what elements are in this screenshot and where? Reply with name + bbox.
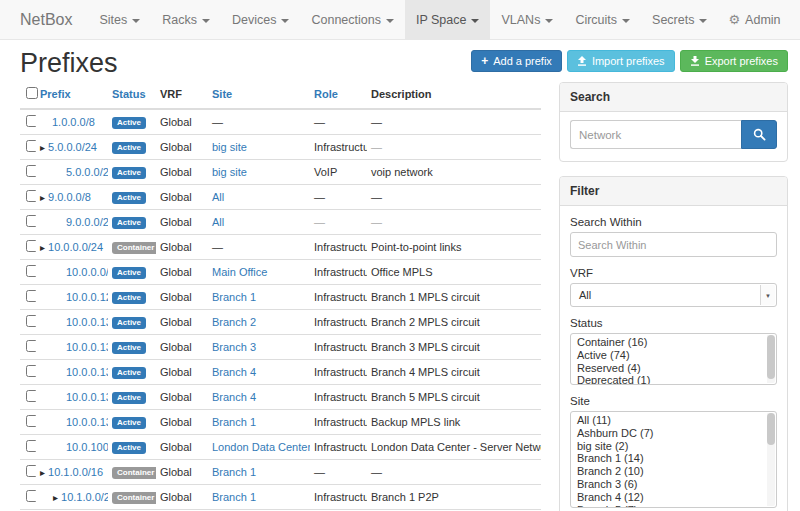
prefix-link[interactable]: 1.0.0.0/8 — [52, 116, 95, 128]
site-listbox[interactable]: All (11)Ashburn DC (7)big site (2)Branch… — [570, 411, 777, 508]
prefix-link[interactable]: 10.0.0.130/31 — [66, 316, 108, 328]
vrf-cell: Global — [156, 210, 208, 235]
description-cell: — — [367, 460, 541, 485]
nav-item[interactable]: IP Space — [405, 0, 491, 39]
prefix-link[interactable]: 5.0.0.0/24 — [48, 141, 97, 153]
listbox-option[interactable]: Ashburn DC (7) — [577, 428, 764, 441]
add-prefix-button[interactable]: + Add a prefix — [471, 50, 562, 72]
row-checkbox[interactable] — [26, 415, 36, 427]
site-link[interactable]: London Data Center — [212, 441, 310, 453]
site-link[interactable]: Branch 3 — [212, 341, 256, 353]
row-checkbox[interactable] — [26, 240, 36, 252]
nav-item[interactable]: Circuits — [564, 0, 641, 39]
nav-item[interactable]: Secrets — [641, 0, 718, 39]
row-checkbox[interactable] — [26, 490, 36, 502]
listbox-option[interactable]: Branch 5 (7) — [577, 505, 764, 508]
description-cell: voip network — [367, 160, 541, 185]
listbox-option[interactable]: Branch 3 (6) — [577, 479, 764, 492]
prefix-link[interactable]: 10.0.0.128/31 — [66, 291, 108, 303]
row-checkbox[interactable] — [26, 290, 36, 302]
prefix-link[interactable]: 10.0.0.134/31 — [66, 366, 108, 378]
listbox-option[interactable]: Branch 4 (12) — [577, 492, 764, 505]
search-panel-title: Search — [560, 83, 787, 112]
caret-down-icon — [622, 19, 630, 23]
site-link[interactable]: Branch 2 — [212, 316, 256, 328]
import-prefixes-button[interactable]: Import prefixes — [567, 50, 675, 72]
site-link[interactable]: Branch 1 — [212, 466, 256, 478]
listbox-option[interactable]: Container (16) — [577, 337, 764, 350]
site-link[interactable]: All — [212, 216, 224, 228]
import-prefixes-label: Import prefixes — [592, 55, 665, 67]
tree-indent — [40, 350, 66, 351]
nav-item[interactable]: Sites — [88, 0, 151, 39]
search-button[interactable] — [741, 120, 777, 149]
listbox-option[interactable]: Active (74) — [577, 350, 764, 363]
vrf-cell: Global — [156, 185, 208, 210]
site-link[interactable]: big site — [212, 166, 247, 178]
prefix-link[interactable]: 10.0.0.0/24 — [48, 241, 103, 253]
nav-item[interactable]: Racks — [151, 0, 221, 39]
row-checkbox[interactable] — [26, 365, 36, 377]
row-checkbox[interactable] — [26, 440, 36, 452]
site-link[interactable]: Branch 1 — [212, 291, 256, 303]
column-header[interactable]: Description — [367, 82, 541, 109]
listbox-option[interactable]: All (11) — [577, 415, 764, 428]
filter-panel-title: Filter — [560, 177, 787, 206]
tree-indent — [40, 375, 66, 376]
prefix-link[interactable]: 9.0.0.0/24 — [66, 216, 108, 228]
prefix-link[interactable]: 10.0.0.132/31 — [66, 341, 108, 353]
site-link[interactable]: Branch 1 — [212, 491, 256, 503]
status-listbox[interactable]: Container (16)Active (74)Reserved (4)Dep… — [570, 333, 777, 385]
site-link[interactable]: Main Office — [212, 266, 267, 278]
listbox-option[interactable]: Deprecated (1) — [577, 375, 764, 385]
column-header[interactable]: VRF — [156, 82, 208, 109]
column-header[interactable]: Status — [108, 82, 156, 109]
search-within-input[interactable] — [570, 232, 777, 257]
row-checkbox[interactable] — [26, 340, 36, 352]
nav-item[interactable]: Connections — [300, 0, 405, 39]
site-link[interactable]: Branch 1 — [212, 416, 256, 428]
row-checkbox[interactable] — [26, 140, 36, 152]
row-checkbox[interactable] — [26, 115, 36, 127]
profile-menu-item[interactable]: Profile — [791, 0, 800, 39]
description-cell: — — [367, 135, 541, 160]
tree-indent — [40, 450, 66, 451]
nav-item[interactable]: VLANs — [490, 0, 564, 39]
site-link[interactable]: All — [212, 191, 224, 203]
row-checkbox[interactable] — [26, 390, 36, 402]
nav-item-label: Connections — [311, 0, 381, 40]
export-prefixes-button[interactable]: Export prefixes — [680, 50, 788, 72]
prefix-link[interactable]: 10.0.0.136/31 — [66, 391, 108, 403]
scrollbar-thumb[interactable] — [767, 413, 775, 445]
select-all-checkbox[interactable] — [26, 87, 38, 99]
prefix-link[interactable]: 5.0.0.0/25 — [66, 166, 108, 178]
row-checkbox[interactable] — [26, 465, 36, 477]
caret-down-icon — [202, 19, 210, 23]
column-header[interactable]: Role — [310, 82, 367, 109]
site-link[interactable]: Branch 4 — [212, 366, 256, 378]
description-cell: Branch 5 MPLS circuit — [367, 385, 541, 410]
row-checkbox[interactable] — [26, 215, 36, 227]
prefix-link[interactable]: 10.0.100.0/24 — [66, 441, 108, 453]
scrollbar-thumb[interactable] — [767, 335, 775, 379]
row-checkbox[interactable] — [26, 315, 36, 327]
prefix-link[interactable]: 10.0.0.0/31 — [66, 266, 108, 278]
role-cell: Infrastructure — [310, 335, 367, 360]
search-input[interactable] — [570, 120, 741, 149]
site-link[interactable]: big site — [212, 141, 247, 153]
prefix-link[interactable]: 10.1.0.0/16 — [48, 466, 103, 478]
role-cell: Infrastructure — [310, 235, 367, 260]
admin-menu-item[interactable]: ⚙ Admin — [718, 0, 790, 39]
prefix-link[interactable]: 9.0.0.0/8 — [48, 191, 91, 203]
vrf-select[interactable]: All ▼ — [570, 283, 777, 307]
prefix-link[interactable]: 10.0.0.138/31 — [66, 416, 108, 428]
site-link[interactable]: Branch 4 — [212, 391, 256, 403]
row-checkbox[interactable] — [26, 165, 36, 177]
prefix-link[interactable]: 10.1.0.0/24 — [61, 491, 108, 503]
column-header[interactable]: Prefix — [36, 82, 108, 109]
app-brand[interactable]: NetBox — [0, 0, 88, 39]
row-checkbox[interactable] — [26, 190, 36, 202]
nav-item[interactable]: Devices — [221, 0, 300, 39]
row-checkbox[interactable] — [26, 265, 36, 277]
column-header[interactable]: Site — [208, 82, 310, 109]
